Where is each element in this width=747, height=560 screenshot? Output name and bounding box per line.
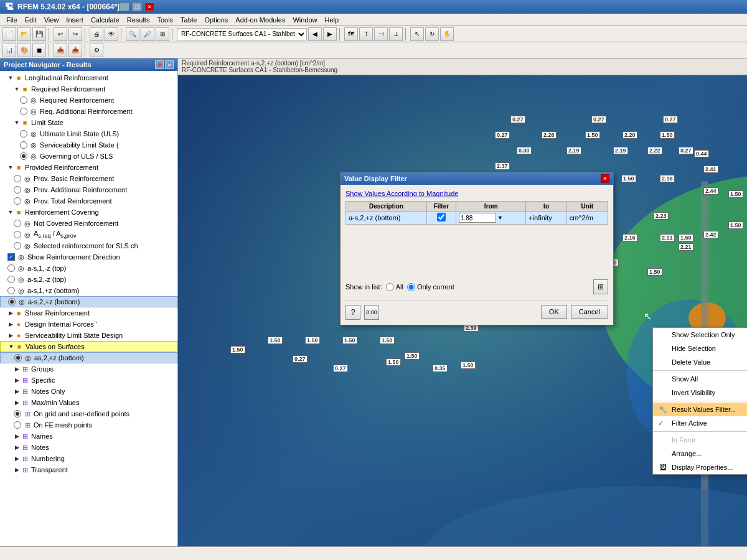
tree-item-transparent[interactable]: ▶ ⊞ Transparent [0,464,177,475]
toggle-maxmin[interactable]: ▶ [14,399,20,406]
viewtop[interactable]: ⊤ [359,27,373,41]
tree-item-prov-basic[interactable]: ◎ Prov. Basic Reinforcement [0,173,177,184]
pan-btn[interactable]: ✋ [440,27,454,41]
ctx-hide-selection[interactable]: Hide Selection [653,342,747,355]
tree-item-sel-reinf[interactable]: ◎ Selected reinforcement for SLS ch [0,240,177,251]
radio-on-fe[interactable] [14,421,21,429]
menu-insert[interactable]: Insert [62,16,87,24]
radio-not-cov[interactable] [14,220,21,227]
radio-current-label[interactable]: Only current [407,283,454,291]
tree-item-maxmin[interactable]: ▶ ⊞ Max/min Values [0,397,177,408]
menu-options[interactable]: Options [200,16,232,24]
ctx-filter-active[interactable]: ✓ Filter Active [653,416,747,430]
tree-item-sls-design[interactable]: ▶ ● Serviceability Limit State Design [0,330,177,341]
new-button[interactable]: 📄 [2,27,16,41]
tree-item-numbering[interactable]: ▶ ⊞ Numbering [0,453,177,464]
check-show-dir[interactable]: ✓ [7,253,15,261]
help-button[interactable]: ? [345,305,360,320]
prev-case[interactable]: ◀ [308,27,322,41]
show-values-link[interactable]: Show Values According to Magnitude [345,190,458,197]
radio-gov[interactable] [20,152,27,160]
context-menu[interactable]: Show Selection Only Hide Selection Delet… [652,327,747,475]
tree-item-not-cov[interactable]: ◎ Not Covered Reinforcement [0,218,177,229]
panel-close[interactable]: × [165,60,174,69]
toggle-specific[interactable]: ▶ [14,377,20,383]
tree-item-uls[interactable]: ◎ Ultimate Limit State (ULS) [0,128,177,139]
tree-item-a1z-bot[interactable]: ◎ a-s,1,+z (bottom) [0,285,177,296]
menu-addons[interactable]: Add-on Modules [232,16,289,24]
tree-item-req-reinf-sub[interactable]: ◎ Required Reinforcement [0,95,177,106]
toggle-names[interactable]: ▶ [14,433,20,439]
tree-item-specific[interactable]: ▶ ⊞ Specific [0,375,177,386]
cell-from[interactable]: ▼ [456,212,525,225]
tree-item-groups[interactable]: ▶ ⊞ Groups [0,363,177,375]
undo-button[interactable]: ↩ [54,27,67,41]
cancel-button[interactable]: Cancel [571,305,608,319]
close-button[interactable]: × [144,2,154,11]
tree-item-req-reinf[interactable]: ▼ ■ Required Reinforcement [0,83,177,95]
tree-item-req-add[interactable]: ◎ Req. Additional Reinforcement [0,106,177,117]
zoom-all[interactable]: ⊞ [156,27,169,41]
toggle-reinf-cov[interactable]: ▼ [7,209,14,215]
menu-help[interactable]: Help [321,16,343,24]
radio-prov-add[interactable] [14,186,21,194]
from-input[interactable] [459,213,496,223]
rf-concrete-combo[interactable]: RF-CONCRETE Surfaces CA1 - Stahlbet [177,28,307,40]
tree-item-prov-add[interactable]: ◎ Prov. Additional Reinforcement [0,184,177,195]
radio-prov-total[interactable] [14,197,21,205]
render-btn[interactable]: ◼ [32,44,46,57]
radio-sls[interactable] [20,141,27,149]
zoom-in[interactable]: 🔍 [126,27,139,41]
tree-item-gov[interactable]: ◎ Governing of ULS / SLS [0,151,177,162]
cell-filter[interactable] [426,212,456,225]
tree-item-notes-only[interactable]: ▶ ⊞ Notes Only [0,386,177,397]
radio-prov-basic[interactable] [14,175,21,182]
radio-a2z-bot-sub[interactable] [14,354,22,362]
save-button[interactable]: 💾 [32,27,46,41]
results-table[interactable]: 📊 [2,44,16,57]
menu-window[interactable]: Window [289,16,321,24]
radio-as-ratio[interactable] [14,231,21,238]
tree-item-a1z-top[interactable]: ◎ a-s,1,-z (top) [0,263,177,274]
ctx-delete-value[interactable]: Delete Value [653,355,747,369]
toggle-limitstate[interactable]: ▼ [14,119,20,126]
radio-on-grid[interactable] [14,410,21,418]
radio-uls[interactable] [20,130,27,138]
toggle-numbering[interactable]: ▶ [14,455,20,462]
tree-item-longitudinal[interactable]: ▼ ■ Longitudinal Reinforcement [0,72,177,83]
ctx-invert-vis[interactable]: Invert Visibility [653,386,747,399]
toggle-design-int[interactable]: ▶ [7,321,14,327]
toggle-groups[interactable]: ▶ [14,366,20,372]
toggle-prov-reinf[interactable]: ▼ [7,164,14,170]
tree-item-limitstate[interactable]: ▼ ■ Limit State [0,117,177,128]
tree-item-design-int[interactable]: ▶ ● Design Internal Forces ' [0,319,177,330]
settings-btn[interactable]: ⚙ [90,44,103,57]
radio-a2z-top[interactable] [7,276,15,283]
tree-item-a2z-bot-sub[interactable]: ◎ as,2,+z (bottom) [0,352,177,363]
export-btn[interactable]: 📤 [54,44,67,57]
minimize-button[interactable]: _ [120,2,129,11]
filter-checkbox[interactable] [437,213,446,222]
panel-pin[interactable]: 📌 [155,60,164,69]
import-btn[interactable]: 📥 [68,44,82,57]
display-filter[interactable]: 🎨 [17,44,31,57]
tree-item-as-ratio[interactable]: ◎ As,req / As,prov [0,229,177,240]
toggle-notes[interactable]: ▶ [14,444,20,450]
ctx-result-values-filter[interactable]: 🔧 Result Values Filter... [653,403,747,416]
radio-a1z-bot[interactable] [7,287,15,294]
from-dropdown[interactable]: ▼ [497,215,503,221]
select-btn[interactable]: ↖ [410,27,424,41]
ctx-show-all[interactable]: Show All [653,372,747,386]
menu-table[interactable]: Table [177,16,200,24]
tree-item-names[interactable]: ▶ ⊞ Names [0,431,177,442]
tree-item-a2z-top[interactable]: ◎ a-s,2,-z (top) [0,274,177,285]
menu-view[interactable]: View [40,16,63,24]
toggle-shear[interactable]: ▶ [7,310,14,316]
menu-edit[interactable]: Edit [21,16,40,24]
tree-item-shear[interactable]: ▶ ■ Shear Reinforcement [0,307,177,319]
ctx-display-props[interactable]: 🖼 Display Properties... [653,460,747,474]
view3d[interactable]: 🗺 [344,27,358,41]
viewside[interactable]: ⊣ [374,27,388,41]
tree-item-show-dir[interactable]: ✓ ◎ Show Reinforcement Direction [0,251,177,263]
viewfront[interactable]: ⊥ [389,27,403,41]
